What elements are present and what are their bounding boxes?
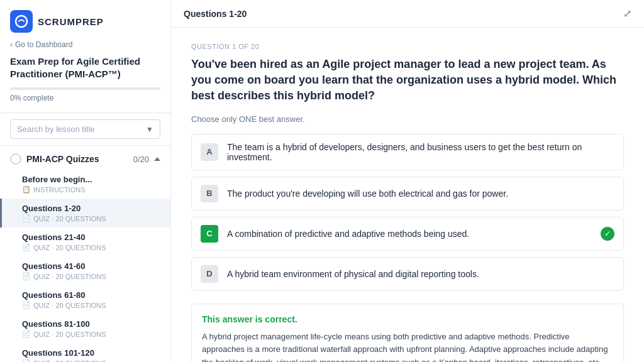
back-link[interactable]: ‹ Go to Dashboard xyxy=(10,40,160,49)
feedback-correct-label: This answer is correct. xyxy=(202,314,613,324)
sidebar-nav: PMI-ACP Quizzes 0/20 Before we begin... … xyxy=(0,146,170,362)
main-content: Questions 1-20 ⤢ QUESTION 1 OF 20 You've… xyxy=(171,0,644,362)
sidebar: SCRUMPREP ‹ Go to Dashboard Exam Prep fo… xyxy=(0,0,171,362)
sidebar-header: SCRUMPREP ‹ Go to Dashboard Exam Prep fo… xyxy=(0,0,170,113)
instructions-icon: 📋 xyxy=(22,185,31,194)
main-body: QUESTION 1 OF 20 You've been hired as an… xyxy=(171,28,644,362)
nav-item-questions-41-60[interactable]: Questions 41-60 📄 QUIZ · 20 QUESTIONS xyxy=(0,256,170,285)
chevron-up-icon xyxy=(154,157,160,161)
nav-item-questions-101-120[interactable]: Questions 101-120 📄 QUIZ · 20 QUESTIONS xyxy=(0,343,170,362)
nav-item-sub: 📄 QUIZ · 20 QUESTIONS xyxy=(22,272,160,280)
answer-letter-b: B xyxy=(201,185,218,202)
quiz-icon: 📄 xyxy=(22,214,31,222)
section-header-left: PMI-ACP Quizzes xyxy=(10,153,99,165)
course-title: Exam Prep for Agile Certified Practition… xyxy=(10,55,160,80)
nav-item-questions-81-100[interactable]: Questions 81-100 📄 QUIZ · 20 QUESTIONS xyxy=(0,314,170,343)
nav-item-sub: 📋 INSTRUCTIONS xyxy=(22,185,160,194)
question-label: QUESTION 1 OF 20 xyxy=(191,43,624,50)
section-title: PMI-ACP Quizzes xyxy=(26,154,99,164)
nav-item-title: Questions 81-100 xyxy=(22,319,160,329)
answer-text-c: A combination of predictive and adaptive… xyxy=(227,229,592,239)
answer-option-d[interactable]: D A hybrid team environment of physical … xyxy=(191,257,624,291)
answer-letter-a: A xyxy=(201,143,218,161)
main-header-title: Questions 1-20 xyxy=(184,9,247,19)
feedback-text: A hybrid project management life-cycle m… xyxy=(202,331,613,362)
nav-item-title: Questions 101-120 xyxy=(22,348,160,358)
section-circle-icon xyxy=(10,153,21,165)
quiz-icon: 📄 xyxy=(22,272,31,280)
answer-option-a[interactable]: A The team is a hybrid of developers, de… xyxy=(191,134,624,170)
nav-item-sub: 📄 QUIZ · 20 QUESTIONS xyxy=(22,243,160,251)
nav-item-questions-61-80[interactable]: Questions 61-80 📄 QUIZ · 20 QUESTIONS xyxy=(0,285,170,314)
expand-icon[interactable]: ⤢ xyxy=(623,8,631,19)
answer-text-d: A hybrid team environment of physical an… xyxy=(227,269,614,279)
answer-options: A The team is a hybrid of developers, de… xyxy=(191,134,624,291)
quiz-icon: 📄 xyxy=(22,301,31,309)
nav-item-title: Before we begin... xyxy=(22,175,160,184)
progress-label: 0% complete xyxy=(10,94,160,102)
nav-item-title: Questions 21-40 xyxy=(22,233,160,242)
quiz-icon: 📄 xyxy=(22,243,31,251)
correct-check-icon: ✓ xyxy=(601,227,614,241)
nav-item-before-we-begin[interactable]: Before we begin... 📋 INSTRUCTIONS xyxy=(0,170,170,199)
svg-point-0 xyxy=(16,16,27,27)
logo-row: SCRUMPREP xyxy=(10,10,160,33)
nav-item-sub: 📄 QUIZ · 20 QUESTIONS xyxy=(22,359,160,362)
nav-item-sub: 📄 QUIZ · 20 QUESTIONS xyxy=(22,330,160,338)
section-header[interactable]: PMI-ACP Quizzes 0/20 xyxy=(0,146,170,170)
question-text: You've been hired as an Agile project ma… xyxy=(191,57,624,104)
nav-item-title: Questions 1-20 xyxy=(22,204,160,213)
nav-item-sub: 📄 QUIZ · 20 QUESTIONS xyxy=(22,301,160,309)
nav-item-questions-21-40[interactable]: Questions 21-40 📄 QUIZ · 20 QUESTIONS xyxy=(0,228,170,256)
back-chevron-icon: ‹ xyxy=(10,40,13,49)
nav-item-questions-1-20[interactable]: Questions 1-20 📄 QUIZ · 20 QUESTIONS xyxy=(0,199,170,228)
answer-feedback: This answer is correct. A hybrid project… xyxy=(191,304,624,362)
lesson-search-select[interactable]: Search by lesson title ▼ xyxy=(10,119,160,139)
section-count: 0/20 xyxy=(133,155,149,164)
chevron-down-icon: ▼ xyxy=(146,125,153,134)
answer-text-b: The product you're developing will use b… xyxy=(227,189,614,199)
logo-text: SCRUMPREP xyxy=(38,16,104,27)
search-wrap: Search by lesson title ▼ xyxy=(0,113,170,146)
answer-letter-d: D xyxy=(201,265,218,283)
quiz-icon: 📄 xyxy=(22,330,31,338)
answer-letter-c: C xyxy=(201,225,218,243)
answer-text-a: The team is a hybrid of developers, desi… xyxy=(227,142,614,162)
nav-item-title: Questions 61-80 xyxy=(22,290,160,300)
search-placeholder: Search by lesson title xyxy=(17,124,95,134)
instruction-text: Choose only ONE best answer. xyxy=(191,114,624,124)
quiz-icon: 📄 xyxy=(22,359,31,362)
answer-option-c[interactable]: C A combination of predictive and adapti… xyxy=(191,217,624,251)
progress-bar xyxy=(10,87,160,90)
main-header: Questions 1-20 ⤢ xyxy=(171,0,644,28)
logo-icon xyxy=(10,10,33,33)
nav-item-title: Questions 41-60 xyxy=(22,261,160,271)
nav-item-sub: 📄 QUIZ · 20 QUESTIONS xyxy=(22,214,160,222)
answer-option-b[interactable]: B The product you're developing will use… xyxy=(191,177,624,211)
